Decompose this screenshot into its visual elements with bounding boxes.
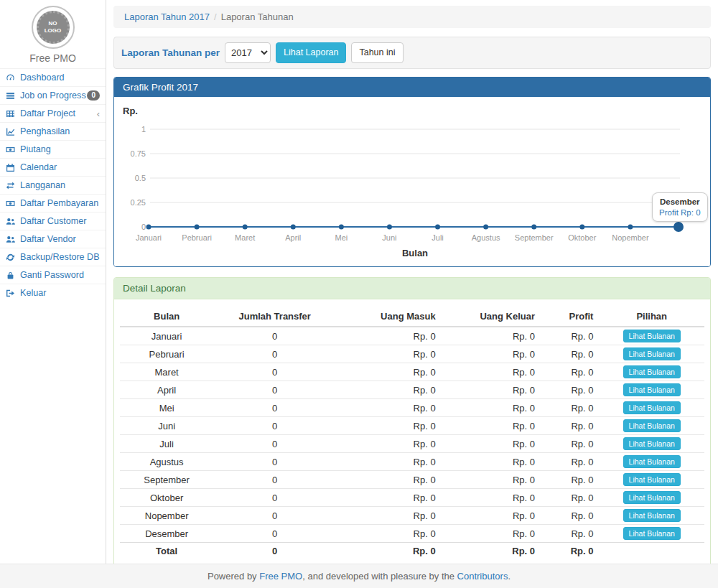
cell-pilihan: Lihat Bulanan (599, 417, 704, 435)
table-row: Mei0Rp. 0Rp. 0Rp. 0Lihat Bulanan (120, 399, 704, 417)
sidebar-item-label: Backup/Restore DB (20, 252, 100, 262)
footer-link-freepmo[interactable]: Free PMO (259, 571, 302, 582)
lihat-bulanan-button[interactable]: Lihat Bulanan (623, 455, 681, 468)
svg-text:Nopember: Nopember (612, 233, 649, 242)
sidebar-item-calendar[interactable]: Calendar (0, 159, 106, 176)
breadcrumb-separator: / (214, 11, 217, 22)
cell-uang-keluar: Rp. 0 (442, 363, 541, 381)
cell-uang-keluar: Rp. 0 (442, 327, 541, 345)
lihat-bulanan-button[interactable]: Lihat Bulanan (623, 491, 681, 504)
cell-uang-keluar: Rp. 0 (442, 381, 541, 399)
sidebar-item-wrap: Daftar Project‹ (0, 104, 106, 122)
sidebar-item-wrap: Daftar Customer (0, 212, 106, 230)
lihat-bulanan-button[interactable]: Lihat Bulanan (623, 473, 681, 486)
detail-report-panel: Detail Laporan BulanJumlah TransferUang … (113, 277, 711, 572)
sidebar-item-piutang[interactable]: Piutang (0, 141, 106, 158)
detail-panel-title: Detail Laporan (114, 278, 710, 299)
sidebar-item-langganan[interactable]: Langganan (0, 177, 106, 194)
cell-bulan: September (120, 471, 213, 489)
svg-text:0.75: 0.75 (131, 149, 146, 158)
cell-jumlah-transfer: 0 (213, 363, 336, 381)
sidebar-item-daftar-customer[interactable]: Daftar Customer (0, 213, 106, 230)
table-row: Pebruari0Rp. 0Rp. 0Rp. 0Lihat Bulanan (120, 345, 704, 363)
cell-profit: Rp. 0 (541, 489, 599, 507)
lihat-bulanan-button[interactable]: Lihat Bulanan (623, 437, 681, 450)
cell-profit: Rp. 0 (541, 543, 599, 560)
footer-link-contributors[interactable]: Contributors (457, 571, 508, 582)
column-header: Profit (541, 307, 599, 327)
table-total-row: Total0Rp. 0Rp. 0Rp. 0 (120, 543, 704, 560)
breadcrumb: Laporan Tahun 2017/Laporan Tahunan (113, 6, 711, 28)
table-row: Januari0Rp. 0Rp. 0Rp. 0Lihat Bulanan (120, 327, 704, 345)
cell-pilihan: Lihat Bulanan (599, 399, 704, 417)
svg-text:Juni: Juni (382, 233, 396, 242)
sidebar-item-keluar[interactable]: Keluar (0, 284, 106, 302)
lihat-bulanan-button[interactable]: Lihat Bulanan (623, 383, 681, 396)
cell-uang-keluar: Rp. 0 (442, 507, 541, 525)
sidebar-item-ganti-password[interactable]: Ganti Password (0, 266, 106, 284)
cell-jumlah-transfer: 0 (213, 435, 336, 453)
cell-pilihan: Lihat Bulanan (599, 471, 704, 489)
lihat-laporan-button[interactable]: Lihat Laporan (276, 42, 346, 63)
sidebar-item-daftar-pembayaran[interactable]: Daftar Pembayaran (0, 195, 106, 212)
sidebar-item-wrap: Calendar (0, 158, 106, 176)
svg-text:Juli: Juli (432, 233, 444, 242)
table-row: Oktober0Rp. 0Rp. 0Rp. 0Lihat Bulanan (120, 489, 704, 507)
cell-uang-masuk: Rp. 0 (336, 543, 442, 560)
column-header: Uang Keluar (442, 307, 541, 327)
chevron-left-icon: ‹ (97, 109, 100, 118)
profit-chart: Rp.10.750.50.250JanuariPebruariMaretApri… (114, 97, 710, 266)
cell-profit: Rp. 0 (541, 417, 599, 435)
lihat-bulanan-button[interactable]: Lihat Bulanan (623, 509, 681, 522)
lihat-bulanan-button[interactable]: Lihat Bulanan (623, 527, 681, 540)
cell-pilihan (599, 543, 704, 560)
sidebar-item-wrap: Ganti Password (0, 266, 106, 284)
sidebar-item-daftar-vendor[interactable]: Daftar Vendor (0, 230, 106, 248)
money-icon (6, 145, 17, 154)
tahun-ini-button[interactable]: Tahun ini (351, 42, 403, 63)
cell-uang-masuk: Rp. 0 (336, 453, 442, 471)
cell-uang-keluar: Rp. 0 (442, 345, 541, 363)
sidebar-item-label: Daftar Vendor (20, 234, 76, 244)
cell-profit: Rp. 0 (541, 525, 599, 543)
dashboard-icon (6, 73, 17, 83)
calendar-icon (6, 163, 17, 172)
cell-jumlah-transfer: 0 (213, 543, 336, 560)
cell-pilihan: Lihat Bulanan (599, 363, 704, 381)
cell-bulan: Juni (120, 417, 213, 435)
sidebar-item-dashboard[interactable]: Dashboard (0, 69, 106, 86)
sidebar-item-label: Job on Progress (20, 90, 86, 101)
breadcrumb-link[interactable]: Laporan Tahun 2017 (124, 11, 210, 22)
main-content: Laporan Tahun 2017/Laporan Tahunan Lapor… (113, 0, 711, 572)
cell-jumlah-transfer: 0 (213, 345, 336, 363)
cell-jumlah-transfer: 0 (213, 327, 336, 345)
cell-bulan: April (120, 381, 213, 399)
cell-pilihan: Lihat Bulanan (599, 507, 704, 525)
cell-uang-masuk: Rp. 0 (336, 381, 442, 399)
cell-uang-masuk: Rp. 0 (336, 417, 442, 435)
column-header: Pilihan (599, 307, 704, 327)
svg-text:April: April (285, 233, 301, 242)
exchange-icon (6, 181, 17, 190)
sidebar-item-daftar-project[interactable]: Daftar Project‹ (0, 105, 106, 122)
table-row: Nopember0Rp. 0Rp. 0Rp. 0Lihat Bulanan (120, 507, 704, 525)
sidebar-item-job-on-progress[interactable]: Job on Progress0 (0, 87, 106, 104)
cell-uang-masuk: Rp. 0 (336, 471, 442, 489)
cell-uang-keluar: Rp. 0 (442, 399, 541, 417)
sidebar-item-wrap: Job on Progress0 (0, 86, 106, 104)
sidebar-item-penghasilan[interactable]: Penghasilan (0, 123, 106, 140)
lihat-bulanan-button[interactable]: Lihat Bulanan (623, 401, 681, 414)
refresh-icon (6, 253, 17, 262)
lihat-bulanan-button[interactable]: Lihat Bulanan (623, 330, 681, 342)
cell-uang-keluar: Rp. 0 (442, 471, 541, 489)
table-row: Desember0Rp. 0Rp. 0Rp. 0Lihat Bulanan (120, 525, 704, 543)
lihat-bulanan-button[interactable]: Lihat Bulanan (623, 419, 681, 432)
lihat-bulanan-button[interactable]: Lihat Bulanan (623, 365, 681, 378)
no-logo-placeholder: NOLOGO (37, 11, 70, 44)
cell-pilihan: Lihat Bulanan (599, 525, 704, 543)
svg-text:Rp.: Rp. (123, 106, 138, 116)
lihat-bulanan-button[interactable]: Lihat Bulanan (623, 347, 681, 360)
sidebar-item-backup-restore-db[interactable]: Backup/Restore DB (0, 248, 106, 266)
year-select[interactable]: 2017 (225, 42, 271, 63)
cell-jumlah-transfer: 0 (213, 525, 336, 543)
